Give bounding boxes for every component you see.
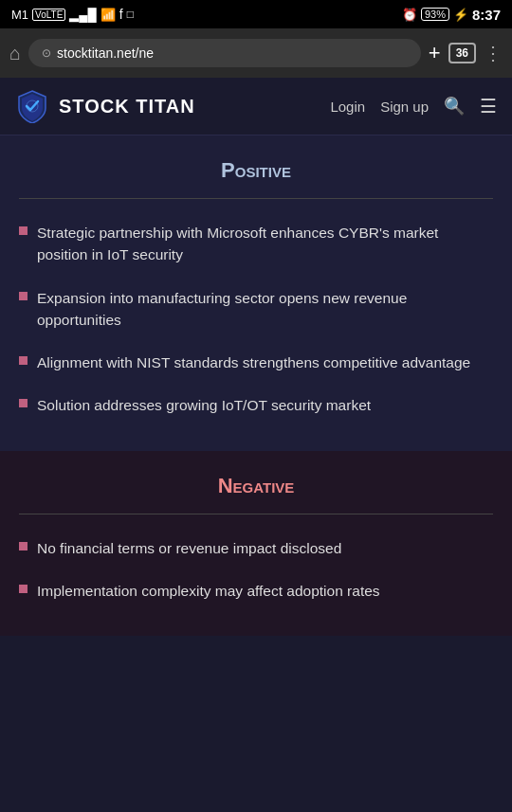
tab-count-badge[interactable]: 36 bbox=[448, 43, 476, 63]
home-icon[interactable]: ⌂ bbox=[9, 43, 21, 64]
bullet-icon-3 bbox=[19, 356, 27, 365]
address-bar[interactable]: ⊙ stocktitan.net/ne bbox=[28, 39, 421, 67]
browser-menu-button[interactable]: ⋮ bbox=[484, 42, 503, 64]
positive-item-2-text: Expansion into manufacturing sector open… bbox=[37, 287, 493, 332]
volte-badge: VoLTE bbox=[32, 9, 65, 21]
negative-item-2-text: Implementation complexity may affect ado… bbox=[37, 580, 380, 602]
negative-title: Negative bbox=[19, 474, 493, 498]
carrier-label: M1 bbox=[11, 8, 28, 22]
negative-bullet-list: No financial terms or revenue impact dis… bbox=[19, 537, 493, 603]
positive-item-4-text: Solution addresses growing IoT/OT securi… bbox=[37, 394, 371, 416]
main-content: Positive Strategic partnership with Micr… bbox=[0, 135, 512, 636]
positive-item-4: Solution addresses growing IoT/OT securi… bbox=[19, 394, 493, 416]
negative-item-1: No financial terms or revenue impact dis… bbox=[19, 537, 493, 559]
wifi-icon: 📶 bbox=[101, 8, 116, 22]
site-title: STOCK TITAN bbox=[59, 96, 195, 117]
positive-item-2: Expansion into manufacturing sector open… bbox=[19, 287, 493, 332]
alarm-icon: ⏰ bbox=[402, 8, 417, 22]
site-logo[interactable]: STOCK TITAN bbox=[15, 89, 195, 123]
hamburger-menu-icon[interactable]: ☰ bbox=[480, 95, 497, 117]
logo-icon bbox=[15, 89, 49, 123]
browser-chrome: ⌂ ⊙ stocktitan.net/ne + 36 ⋮ bbox=[0, 28, 512, 78]
battery-level: 93% bbox=[421, 8, 449, 21]
bullet-icon-4 bbox=[19, 399, 27, 407]
negative-section: Negative No financial terms or revenue i… bbox=[0, 451, 512, 637]
positive-divider bbox=[19, 198, 493, 199]
positive-bullet-list: Strategic partnership with Microsoft enh… bbox=[19, 222, 493, 417]
bullet-icon-n1 bbox=[19, 542, 27, 550]
positive-item-1: Strategic partnership with Microsoft enh… bbox=[19, 222, 493, 266]
status-right: ⏰ 93% ⚡ 8:37 bbox=[402, 7, 501, 23]
time-display: 8:37 bbox=[472, 7, 501, 23]
negative-item-2: Implementation complexity may affect ado… bbox=[19, 580, 493, 602]
site-header: STOCK TITAN Login Sign up 🔍 ☰ bbox=[0, 78, 512, 135]
site-icon: ⊙ bbox=[42, 46, 51, 60]
new-tab-button[interactable]: + bbox=[429, 41, 441, 65]
positive-title: Positive bbox=[19, 158, 493, 183]
positive-item-1-text: Strategic partnership with Microsoft enh… bbox=[37, 222, 493, 266]
url-text[interactable]: stocktitan.net/ne bbox=[57, 45, 154, 61]
positive-item-3: Alignment with NIST standards strengthen… bbox=[19, 352, 493, 373]
site-nav: Login Sign up 🔍 ☰ bbox=[330, 95, 497, 117]
facebook-icon: f bbox=[119, 7, 123, 22]
positive-item-3-text: Alignment with NIST standards strengthen… bbox=[37, 352, 470, 373]
positive-section: Positive Strategic partnership with Micr… bbox=[0, 135, 512, 451]
login-link[interactable]: Login bbox=[330, 99, 365, 115]
charging-icon: ⚡ bbox=[453, 8, 468, 22]
bullet-icon-1 bbox=[19, 226, 27, 235]
bullet-icon-2 bbox=[19, 292, 27, 300]
negative-divider bbox=[19, 514, 493, 514]
status-bar: M1 VoLTE ▂▄█ 📶 f □ ⏰ 93% ⚡ 8:37 bbox=[0, 0, 512, 28]
instagram-icon: □ bbox=[127, 8, 134, 21]
search-icon[interactable]: 🔍 bbox=[444, 96, 465, 117]
signal-icon: ▂▄█ bbox=[69, 8, 96, 22]
bullet-icon-n2 bbox=[19, 585, 27, 593]
negative-item-1-text: No financial terms or revenue impact dis… bbox=[37, 537, 341, 559]
status-left: M1 VoLTE ▂▄█ 📶 f □ bbox=[11, 7, 134, 22]
signup-link[interactable]: Sign up bbox=[380, 99, 429, 115]
